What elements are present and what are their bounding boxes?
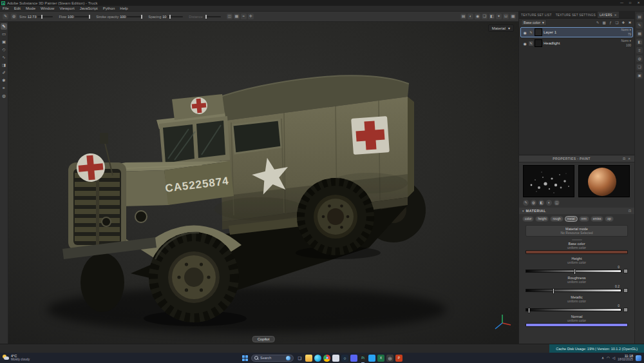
search-highlight-icon[interactable] <box>286 356 290 360</box>
normal-color-swatch[interactable] <box>526 323 628 327</box>
quick-mask-tool[interactable]: ◍ <box>1 93 7 99</box>
layer-opacity[interactable]: 100 <box>626 44 631 47</box>
shading-mode-icon[interactable]: ◧ <box>489 14 495 19</box>
height-picker-icon[interactable] <box>623 269 628 273</box>
flow-control[interactable]: Flow 100 <box>59 15 90 19</box>
menu-python[interactable]: Python <box>100 6 118 12</box>
app-steam[interactable]: ○ <box>341 355 348 362</box>
material-settings-icon[interactable]: ◐ <box>546 200 552 206</box>
distance-control[interactable]: Distance <box>189 15 220 19</box>
menu-file[interactable]: File <box>0 6 12 12</box>
polygon-fill-tool[interactable]: ◇ <box>1 46 7 53</box>
path-tool[interactable]: ≡ <box>1 85 7 92</box>
menu-viewport[interactable]: Viewport <box>57 6 77 12</box>
grid-snap-icon[interactable]: ▦ <box>234 14 240 19</box>
roughness-picker-icon[interactable] <box>623 288 628 293</box>
brush-stroke-preview[interactable] <box>523 165 574 197</box>
visibility-eye-icon[interactable]: ◉ <box>522 30 527 35</box>
channel-emiss[interactable]: emiss <box>591 216 604 222</box>
wifi-icon[interactable]: ◠ <box>607 356 610 360</box>
menu-edit[interactable]: Edit <box>12 6 23 12</box>
filter-effect-icon[interactable]: ƒ <box>608 20 613 25</box>
material-section-header[interactable]: ▾ MATERIAL ⊡ <box>519 208 634 214</box>
layer-name[interactable]: Layer 1 <box>544 30 611 34</box>
display-settings-icon[interactable]: ❏ <box>482 14 488 19</box>
projection-tool[interactable]: ▣ <box>1 39 7 45</box>
blend-mode-dropdown[interactable]: Norm ▾ <box>621 28 632 32</box>
stroke-opacity-slider[interactable] <box>127 16 142 17</box>
menu-help[interactable]: Help <box>117 6 130 12</box>
app-substance-painter[interactable]: Pt <box>359 355 366 362</box>
copilot-button[interactable]: Copilot <box>252 336 275 342</box>
material-selector[interactable]: Material ▾ <box>488 25 514 32</box>
visibility-eye-icon[interactable]: ◉ <box>522 41 527 46</box>
texture-set-list-icon[interactable]: ▤ <box>636 14 643 20</box>
3d-viewport[interactable]: CA5225874 <box>8 22 518 344</box>
truck-3d-model[interactable]: CA5225874 <box>8 22 518 344</box>
layers-panel-icon[interactable]: ▣ <box>636 72 643 79</box>
app-vscode[interactable] <box>368 355 375 362</box>
assets-panel-icon[interactable]: ❏ <box>636 64 643 70</box>
symmetry-toggle-icon[interactable]: ◫ <box>227 14 232 19</box>
eraser-tool[interactable]: ▭ <box>1 31 7 37</box>
symmetry-settings-icon[interactable]: ◫ <box>554 200 560 206</box>
alpha-preset-icon[interactable]: ◍ <box>11 14 17 19</box>
start-button[interactable] <box>242 355 249 362</box>
stroke-opacity-control[interactable]: Stroke opacity 100 <box>96 15 142 19</box>
layer-name[interactable]: Headlight <box>544 41 611 45</box>
app-file-explorer[interactable] <box>305 355 312 362</box>
volume-icon[interactable]: ◁ <box>612 356 615 360</box>
paint-tool[interactable]: ✎ <box>1 23 7 30</box>
notifications-icon[interactable] <box>636 355 641 361</box>
texture-set-settings-icon[interactable]: ▦ <box>636 30 643 37</box>
app-powerpoint[interactable]: P <box>395 355 402 362</box>
wireframe-icon[interactable]: ⊡ <box>503 14 509 19</box>
post-effects-icon[interactable]: ✦ <box>496 14 502 19</box>
stencil-settings-icon[interactable]: ◧ <box>538 200 544 206</box>
perspective-icon[interactable]: ▦ <box>510 14 516 19</box>
paint-effect-icon[interactable]: ✎ <box>595 20 600 25</box>
channel-filter-dropdown[interactable]: Base color ▾ <box>521 19 547 26</box>
particles-tool[interactable]: ✱ <box>1 77 7 84</box>
viewport-layout-icon[interactable]: ▤ <box>460 14 466 19</box>
alignment-icon[interactable]: ✛ <box>248 14 254 19</box>
layer-thumbnail[interactable] <box>535 28 542 36</box>
channel-metal[interactable]: metal <box>565 216 578 222</box>
size-control[interactable]: Size 12.73 <box>19 15 53 19</box>
red-cross-marking[interactable] <box>351 116 390 155</box>
tab-layers[interactable]: LAYERS ✕ <box>598 12 619 18</box>
tab-texture-set-settings[interactable]: TEXTURE SET SETTINGS <box>554 12 598 18</box>
maximize-button[interactable]: □ <box>626 0 634 6</box>
spacing-slider[interactable] <box>167 16 183 17</box>
material-picker-tool[interactable]: ✐ <box>1 70 7 76</box>
close-button[interactable]: ✕ <box>634 0 643 6</box>
lazy-mouse-icon[interactable]: ≈ <box>241 14 247 19</box>
group-folder-icon[interactable]: ❏ <box>614 20 620 25</box>
camera-icon[interactable]: ◉ <box>475 14 480 19</box>
task-view-button[interactable]: ❏ <box>296 355 303 362</box>
material-mode-button[interactable]: Material mode No Resource Selected <box>526 225 628 237</box>
size-slider[interactable] <box>37 16 53 17</box>
headlight[interactable] <box>135 211 147 222</box>
metallic-picker-icon[interactable] <box>623 308 628 312</box>
tray-chevron-icon[interactable]: ∧ <box>601 356 604 360</box>
weather-widget[interactable]: 4°C Mostly cloudy <box>3 355 30 362</box>
flow-slider[interactable] <box>75 16 90 17</box>
base-color-swatch[interactable] <box>526 250 628 254</box>
layer-row-layer-1[interactable]: ◉ ✎ Layer 1 Norm ▾ 79 <box>520 27 633 37</box>
menu-javascript[interactable]: JavaScript <box>77 6 100 12</box>
roughness-slider[interactable] <box>526 289 621 292</box>
history-panel-icon[interactable]: ≡ <box>636 47 643 54</box>
delete-layer-icon[interactable]: ✖ <box>627 20 632 25</box>
orientation-gizmo[interactable] <box>493 313 512 332</box>
clone-tool[interactable]: ◨ <box>1 62 7 68</box>
fill-effect-icon[interactable]: ▦ <box>601 20 607 25</box>
blend-mode-dropdown[interactable]: Norm ▾ <box>621 39 632 43</box>
metallic-slider[interactable] <box>526 308 621 311</box>
spacing-control[interactable]: Spacing 10 <box>148 15 183 19</box>
layer-row-headlight[interactable]: ◉ ✎ Headlight Norm ▾ 100 <box>520 38 633 48</box>
app-excel[interactable]: X <box>377 355 384 362</box>
menu-mode[interactable]: Mode <box>23 6 38 12</box>
layer-opacity[interactable]: 79 <box>628 33 631 36</box>
material-sphere-preview[interactable] <box>578 165 630 197</box>
